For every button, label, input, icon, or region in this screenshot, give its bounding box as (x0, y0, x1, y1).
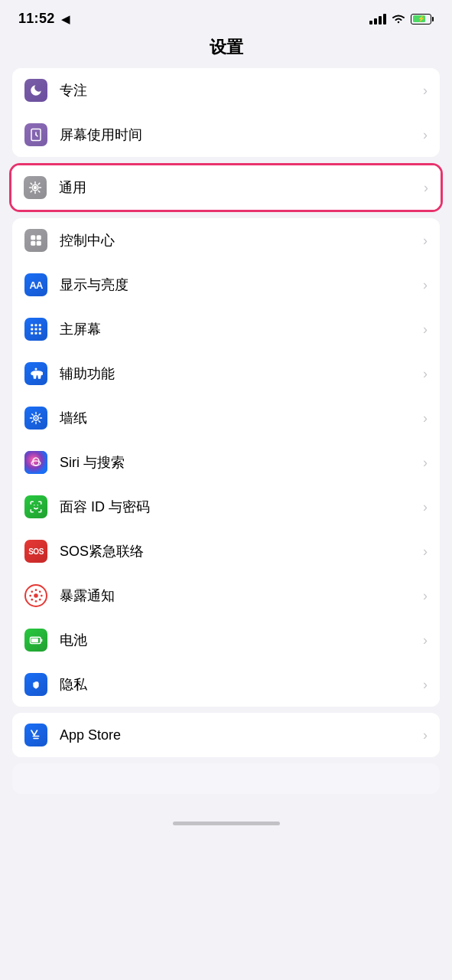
settings-item-general[interactable]: 通用 › (11, 165, 441, 210)
settings-item-sos[interactable]: SOS SOS紧急联络 › (12, 529, 440, 573)
svg-rect-8 (37, 241, 41, 246)
battery-icon: ⚡ (411, 14, 434, 24)
exposure-chevron: › (423, 588, 428, 604)
settings-group-main: 控制中心 › AA 显示与亮度 › 主屏幕 › (12, 218, 440, 707)
settings-item-home[interactable]: 主屏幕 › (12, 307, 440, 351)
svg-rect-21 (24, 451, 47, 474)
svg-rect-17 (39, 332, 41, 335)
wallpaper-chevron: › (423, 410, 428, 426)
svg-point-24 (34, 593, 38, 598)
svg-rect-7 (31, 241, 35, 246)
home-chevron: › (423, 322, 428, 338)
page-title-bar: 设置 (0, 33, 452, 68)
svg-rect-6 (37, 235, 41, 240)
privacy-chevron: › (423, 677, 428, 693)
page-title: 设置 (210, 38, 243, 57)
status-bar: 11:52 ◀ ⚡ (0, 0, 452, 33)
display-icon: AA (24, 273, 47, 296)
svg-rect-34 (31, 639, 38, 642)
settings-item-siri[interactable]: Siri 与搜索 › (12, 440, 440, 485)
settings-item-accessibility[interactable]: 辅助功能 › (12, 351, 440, 396)
home-bar (173, 822, 280, 825)
battery-icon-settings (24, 629, 47, 652)
highlight-wrapper: 通用 › (9, 163, 443, 212)
settings-item-display[interactable]: AA 显示与亮度 › (12, 263, 440, 307)
signal-icon (369, 14, 386, 24)
screentime-icon (24, 123, 47, 146)
control-icon (24, 229, 47, 252)
appstore-chevron: › (423, 727, 428, 743)
display-label: 显示与亮度 (60, 276, 420, 294)
exposure-label: 暴露通知 (60, 586, 420, 605)
general-label: 通用 (59, 178, 421, 197)
settings-item-wallpaper[interactable]: 墙纸 › (12, 396, 440, 440)
svg-rect-10 (35, 324, 37, 326)
status-time: 11:52 (18, 11, 55, 26)
screentime-label: 屏幕使用时间 (60, 126, 420, 144)
settings-item-focus[interactable]: 专注 › (12, 68, 440, 113)
home-indicator (0, 809, 452, 831)
faceid-label: 面容 ID 与密码 (60, 498, 420, 516)
status-time-area: 11:52 ◀ (18, 11, 70, 27)
svg-point-18 (35, 368, 37, 371)
settings-group-appstore: App Store › (12, 713, 440, 757)
control-label: 控制中心 (60, 231, 420, 250)
wallpaper-label: 墙纸 (60, 409, 420, 427)
general-chevron: › (424, 180, 428, 196)
svg-rect-9 (31, 324, 33, 326)
settings-item-faceid[interactable]: 面容 ID 与密码 › (12, 485, 440, 529)
svg-point-32 (31, 599, 33, 601)
settings-item-battery[interactable]: 电池 › (12, 618, 440, 662)
settings-item-screentime[interactable]: 屏幕使用时间 › (12, 113, 440, 157)
sos-chevron: › (423, 544, 428, 560)
svg-rect-15 (31, 332, 33, 335)
settings-item-appstore[interactable]: App Store › (12, 713, 440, 757)
settings-item-exposure[interactable]: 暴露通知 › (12, 573, 440, 618)
settings-group-1: 专注 › 屏幕使用时间 › (12, 68, 440, 157)
settings-group-general: 通用 › (11, 165, 441, 210)
general-icon (24, 176, 47, 199)
battery-chevron: › (423, 632, 428, 648)
screentime-chevron: › (423, 127, 428, 143)
location-icon: ◀ (61, 12, 70, 25)
privacy-label: 隐私 (60, 675, 420, 694)
control-chevron: › (423, 233, 428, 249)
appstore-icon (24, 724, 47, 746)
accessibility-chevron: › (423, 366, 428, 382)
focus-chevron: › (423, 83, 428, 99)
wifi-icon (391, 13, 406, 24)
accessibility-label: 辅助功能 (60, 364, 420, 383)
svg-point-25 (35, 589, 37, 591)
settings-item-privacy[interactable]: 隐私 › (12, 662, 440, 707)
svg-rect-11 (39, 324, 41, 326)
home-icon (24, 318, 47, 341)
svg-rect-5 (31, 235, 35, 240)
sos-icon: SOS (24, 540, 47, 563)
display-chevron: › (423, 277, 428, 293)
svg-point-30 (39, 599, 41, 601)
appstore-label: App Store (60, 727, 420, 743)
siri-chevron: › (423, 455, 428, 471)
svg-point-20 (35, 417, 37, 419)
svg-rect-13 (35, 328, 37, 331)
svg-rect-12 (31, 328, 33, 331)
svg-point-27 (29, 595, 31, 597)
svg-point-3 (34, 186, 37, 190)
svg-rect-16 (35, 332, 37, 335)
status-icons: ⚡ (369, 13, 434, 24)
privacy-icon (24, 673, 47, 696)
accessibility-icon (24, 362, 47, 385)
svg-rect-14 (39, 328, 41, 331)
faceid-icon (24, 495, 47, 518)
focus-label: 专注 (60, 81, 420, 100)
sos-label: SOS紧急联络 (60, 542, 420, 560)
svg-point-31 (39, 590, 41, 593)
settings-item-control[interactable]: 控制中心 › (12, 218, 440, 263)
svg-point-29 (31, 590, 33, 593)
focus-icon (24, 79, 47, 102)
faceid-chevron: › (423, 499, 428, 515)
svg-point-28 (41, 595, 43, 597)
siri-label: Siri 与搜索 (60, 453, 420, 472)
siri-icon (24, 451, 47, 474)
exposure-icon (24, 584, 47, 607)
